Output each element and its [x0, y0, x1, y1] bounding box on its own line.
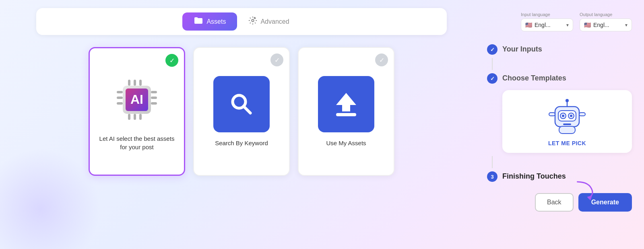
svg-point-0	[252, 19, 254, 22]
output-lang-dropdown[interactable]: 🇺🇸 Engl... ▼	[580, 19, 632, 31]
step-connector-1	[492, 58, 493, 70]
card-assets-label: Use My Assets	[326, 139, 366, 147]
input-language-select[interactable]: Input language 🇺🇸 Engl... ▼	[521, 12, 573, 31]
tab-assets-label: Assets	[206, 18, 226, 25]
svg-rect-5	[117, 97, 123, 99]
step-choose-templates: ✓ Choose Templates	[487, 70, 632, 87]
svg-rect-8	[151, 97, 157, 99]
svg-rect-15	[139, 114, 142, 120]
step-circle-finishing: 3	[487, 171, 497, 182]
input-lang-dropdown[interactable]: 🇺🇸 Engl... ▼	[521, 19, 573, 31]
check-badge-search: ✓	[270, 54, 283, 66]
svg-rect-10	[128, 80, 130, 86]
assets-icon	[194, 16, 203, 27]
language-selectors: Input language 🇺🇸 Engl... ▼ Output langu…	[487, 12, 632, 31]
svg-marker-20	[336, 93, 356, 111]
tab-advanced-label: Advanced	[260, 18, 289, 25]
svg-line-19	[244, 106, 250, 113]
upload-icon-wrapper	[318, 76, 374, 132]
svg-rect-11	[134, 80, 136, 86]
step-circle-choose-templates: ✓	[487, 73, 497, 84]
svg-rect-4	[117, 91, 123, 93]
check-badge-ai: ✓	[165, 54, 178, 67]
svg-rect-12	[139, 80, 142, 86]
input-lang-flag: 🇺🇸	[525, 22, 532, 28]
svg-rect-33	[559, 126, 575, 134]
svg-rect-14	[134, 114, 136, 120]
output-lang-flag: 🇺🇸	[584, 22, 591, 28]
step-title-choose-templates: Choose Templates	[502, 73, 566, 82]
svg-text:+: +	[254, 16, 255, 19]
input-lang-value: Engl...	[535, 22, 551, 28]
tab-advanced[interactable]: + Advanced	[237, 12, 300, 31]
check-badge-assets: ✓	[375, 54, 388, 66]
action-buttons: Back Generate	[487, 193, 632, 212]
right-sidebar: Input language 🇺🇸 Engl... ▼ Output langu…	[487, 8, 632, 241]
svg-rect-21	[336, 113, 356, 116]
step-your-inputs: ✓ Your Inputs	[487, 41, 632, 58]
let-me-pick-label: LET ME PICK	[548, 140, 586, 146]
output-lang-chevron: ▼	[624, 23, 628, 27]
search-icon-wrapper	[213, 76, 270, 132]
svg-rect-30	[563, 123, 571, 125]
advanced-icon: +	[248, 16, 257, 27]
card-search-label: Search By Keyword	[215, 139, 268, 147]
input-lang-label: Input language	[521, 12, 573, 17]
card-search-keyword[interactable]: ✓ Search By Keyword	[193, 47, 290, 176]
svg-point-27	[562, 115, 564, 117]
cards-container: ✓	[12, 43, 471, 180]
step-title-finishing: Finishing Touches	[502, 171, 566, 181]
ai-chip-icon: AI	[109, 72, 165, 128]
svg-point-29	[570, 115, 572, 117]
output-language-select[interactable]: Output language 🇺🇸 Engl... ▼	[580, 12, 632, 31]
arrow-decoration	[570, 179, 597, 207]
svg-rect-32	[579, 113, 585, 116]
card-ai-select[interactable]: ✓	[89, 47, 185, 176]
back-button[interactable]: Back	[535, 193, 574, 212]
output-lang-value: Engl...	[593, 22, 609, 28]
card-use-assets[interactable]: ✓ Use My Assets	[298, 47, 394, 176]
card-ai-label: Let AI select the best assets for your p…	[98, 134, 176, 151]
svg-rect-9	[151, 102, 157, 105]
svg-rect-31	[549, 113, 555, 116]
svg-rect-6	[117, 102, 123, 105]
step-title-your-inputs: Your Inputs	[502, 44, 542, 54]
svg-point-24	[566, 99, 569, 102]
steps-list: ✓ Your Inputs ✓ Choose Templates	[487, 41, 632, 185]
tab-assets[interactable]: Assets	[182, 12, 237, 31]
robot-illustration	[547, 97, 587, 137]
svg-rect-7	[151, 91, 157, 93]
robot-card: LET ME PICK	[502, 90, 632, 153]
svg-rect-13	[128, 114, 130, 120]
step-finishing-touches: 3 Finishing Touches	[487, 168, 632, 185]
input-lang-chevron: ▼	[566, 23, 570, 27]
step-circle-your-inputs: ✓	[487, 44, 497, 55]
svg-text:AI: AI	[130, 92, 143, 107]
tab-bar: Assets + Advanced	[36, 8, 447, 35]
step-connector-2	[492, 156, 493, 168]
output-lang-label: Output language	[580, 12, 632, 17]
